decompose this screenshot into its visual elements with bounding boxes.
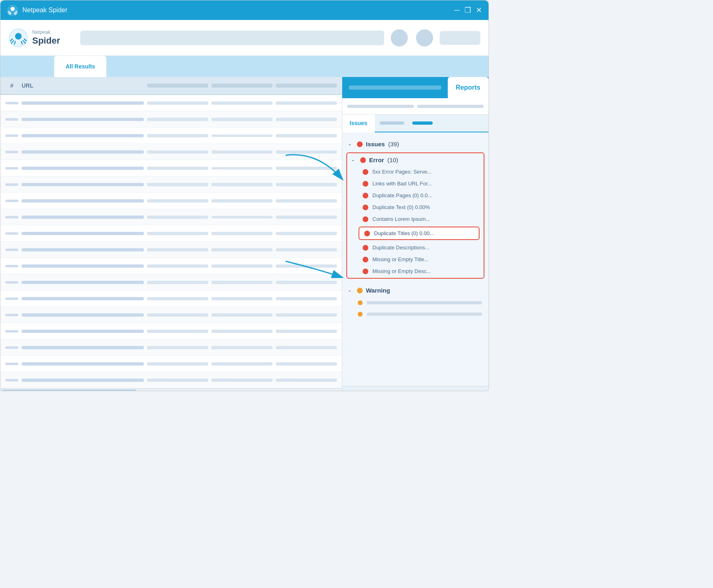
table-row[interactable]: [0, 242, 342, 258]
issues-group-label: Issues: [366, 141, 385, 148]
logo-text: Netpeak Spider: [32, 29, 60, 46]
window-controls: ─ ❐ ✕: [454, 6, 482, 15]
avatar-1: [391, 29, 408, 46]
table-row[interactable]: [0, 372, 342, 388]
error-item-dot-icon: [363, 245, 368, 251]
issue-item-label: Missing or Empty Desc...: [372, 268, 431, 274]
tab-placeholder-2: [113, 65, 145, 68]
close-button[interactable]: ✕: [476, 6, 482, 15]
col-hash: #: [5, 82, 18, 89]
col-header-4: [211, 84, 273, 88]
table-row[interactable]: [0, 339, 342, 356]
error-dot-icon: [360, 157, 366, 163]
issues-tab-ph-2: [412, 121, 433, 125]
warning-dot-icon: [357, 288, 363, 293]
tab-issues[interactable]: Issues: [342, 115, 375, 132]
table-row[interactable]: [0, 193, 342, 209]
error-item-dot-icon: [363, 181, 368, 187]
right-filter-bar: [342, 98, 489, 115]
error-group-header[interactable]: - Error (10): [347, 154, 484, 166]
spider-logo-icon: [9, 28, 28, 48]
issue-item-missing-title[interactable]: Missing or Empty Title...: [347, 253, 484, 265]
error-count: (10): [387, 156, 398, 163]
issue-item-5xx[interactable]: 5xx Error Pages: Serve...: [347, 166, 484, 178]
tab-placeholder-3: [158, 65, 191, 68]
col-header-3: [147, 84, 208, 88]
issues-group-header[interactable]: - Issues (39): [342, 137, 489, 151]
table-row[interactable]: [0, 128, 342, 144]
issue-item-dup-desc[interactable]: Duplicate Descriptions...: [347, 242, 484, 253]
tab-all-results[interactable]: All Results: [54, 56, 106, 77]
issues-count: (39): [388, 141, 399, 148]
error-item-dot-icon: [363, 169, 368, 175]
svg-point-9: [15, 33, 22, 40]
dup-titles-label: Duplicate Titles (0) 0.00...: [374, 230, 434, 236]
error-item-dot-icon: [363, 216, 368, 222]
warning-item-dot-icon: [358, 312, 363, 317]
warning-item-2[interactable]: [342, 308, 489, 320]
scroll-thumb[interactable]: [0, 390, 137, 391]
table-row[interactable]: [0, 95, 342, 111]
issue-item-missing-desc[interactable]: Missing or Empty Desc...: [347, 265, 484, 277]
warning-item-1[interactable]: [342, 297, 489, 308]
error-group-box: - Error (10) 5xx Error Pages: Serve... L…: [346, 152, 484, 279]
title-bar: Netpeak Spider ─ ❐ ✕: [0, 0, 489, 20]
action-button[interactable]: [440, 31, 480, 45]
avatar-2: [416, 29, 433, 46]
col-url: URL: [22, 82, 144, 89]
issue-item-bad-url[interactable]: Links with Bad URL For...: [347, 178, 484, 189]
issue-item-dup-text[interactable]: Duplicate Text (0) 0.00%: [347, 201, 484, 213]
table-row[interactable]: [0, 258, 342, 274]
filter-placeholder-1: [347, 105, 414, 108]
table-row[interactable]: [0, 274, 342, 291]
table-row[interactable]: [0, 144, 342, 160]
tab-reports[interactable]: Reports: [448, 77, 489, 98]
error-item-dot-icon: [363, 269, 368, 274]
issue-item-label: Links with Bad URL For...: [372, 181, 432, 187]
logo-netpeak: Netpeak: [32, 29, 60, 35]
logo-area: Netpeak Spider: [9, 28, 74, 48]
warning-bar-1: [367, 301, 482, 304]
svg-point-1: [11, 7, 15, 11]
app-header: Netpeak Spider: [0, 20, 489, 56]
issue-item-label: Contains Lorem Ipsum...: [372, 216, 430, 222]
main-content: # URL: [0, 77, 489, 391]
table-header: # URL: [0, 77, 342, 95]
maximize-button[interactable]: ❐: [464, 6, 471, 15]
issue-item-dup-titles[interactable]: Duplicate Titles (0) 0.00...: [359, 227, 479, 239]
app-icon: [7, 4, 18, 16]
warning-group-header[interactable]: - Warning: [342, 284, 489, 297]
dup-titles-box: Duplicate Titles (0) 0.00...: [359, 227, 480, 240]
url-input-bar[interactable]: [80, 31, 384, 45]
issue-item-lorem[interactable]: Contains Lorem Ipsum...: [347, 213, 484, 225]
table-row[interactable]: [0, 176, 342, 193]
table-row[interactable]: [0, 356, 342, 372]
filter-placeholder-2: [417, 105, 484, 108]
issues-tab-ph-1: [380, 121, 404, 125]
issue-item-label: Duplicate Pages (0) 0.0...: [372, 192, 432, 198]
horizontal-scrollbar[interactable]: [0, 388, 342, 391]
table-row[interactable]: [0, 209, 342, 225]
issue-item-label: Missing or Empty Title...: [372, 256, 429, 262]
table-row[interactable]: [0, 291, 342, 307]
table-row[interactable]: [0, 160, 342, 176]
table-row[interactable]: [0, 323, 342, 339]
error-item-dot-icon: [363, 257, 368, 262]
main-tab-bar: All Results: [0, 56, 489, 77]
issue-item-label: Duplicate Text (0) 0.00%: [372, 204, 430, 210]
right-scrollbar[interactable]: [342, 386, 489, 391]
issue-item-label: 5xx Error Pages: Serve...: [372, 169, 431, 175]
issue-item-label: Duplicate Descriptions...: [372, 244, 429, 251]
table-row[interactable]: [0, 111, 342, 128]
issues-list: - Issues (39) - Error (10): [342, 132, 489, 386]
error-item-dot-icon: [363, 193, 368, 198]
table-row[interactable]: [0, 225, 342, 242]
results-table: # URL: [0, 77, 342, 391]
warning-expand-icon: -: [349, 287, 354, 294]
col-header-5: [276, 84, 337, 88]
minimize-button[interactable]: ─: [454, 6, 460, 15]
right-tab-bar: Reports: [342, 77, 489, 98]
issue-item-dup-pages[interactable]: Duplicate Pages (0) 0.0...: [347, 189, 484, 201]
right-panel: Reports Issues -: [342, 77, 489, 391]
table-row[interactable]: [0, 307, 342, 323]
